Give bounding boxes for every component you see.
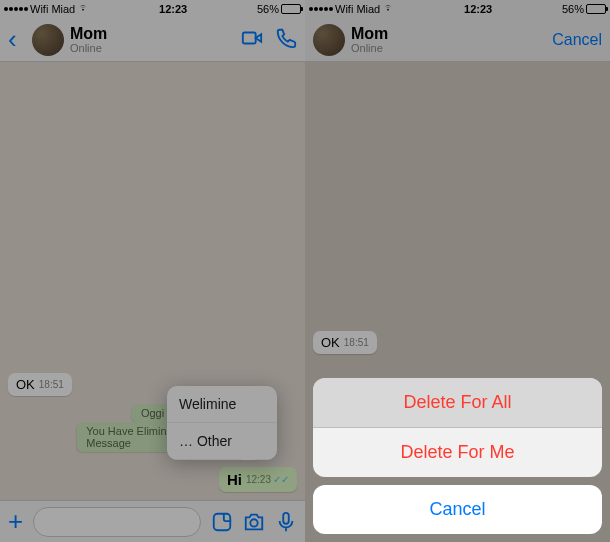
- phone-right: Wifi Miad 12:23 56% Mom Online Cancel OK…: [305, 0, 610, 542]
- sheet-cancel-button[interactable]: Cancel: [313, 485, 602, 534]
- delete-action-sheet: Delete For All Delete For Me Cancel: [313, 370, 602, 534]
- phone-left: Wifi Miad 12:23 56% ‹ Mom Online OK 18:5…: [0, 0, 305, 542]
- delete-for-all-button[interactable]: Delete For All: [313, 378, 602, 428]
- dim-overlay-left: [0, 0, 305, 542]
- delete-for-me-button[interactable]: Delete For Me: [313, 428, 602, 477]
